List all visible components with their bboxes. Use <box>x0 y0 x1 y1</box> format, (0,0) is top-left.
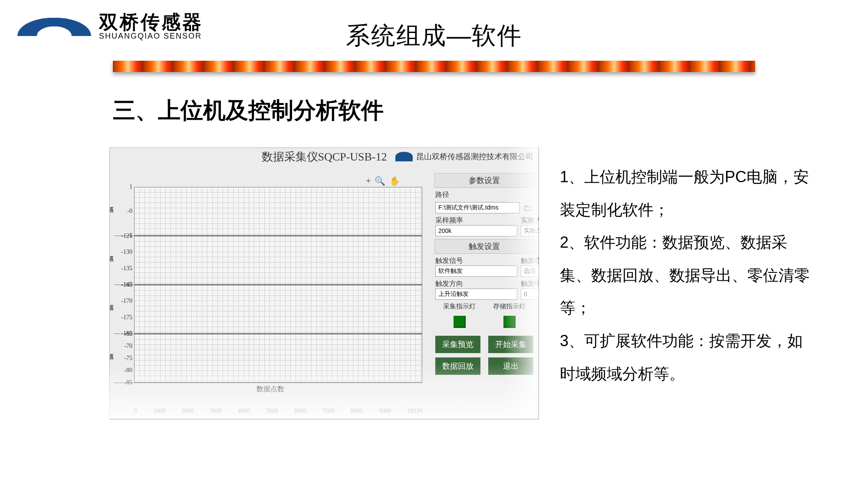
chart-2: 幅值-125-130-135-140 <box>114 236 422 285</box>
bullet-1: 1、上位机控制端一般为PC电脑，安装定制化软件； <box>560 160 816 226</box>
preview-button[interactable]: 采集预览 <box>435 336 480 353</box>
chart-1: 幅值1-0-1 <box>114 187 422 236</box>
x-axis-label: 数据点数 <box>114 385 427 394</box>
side-panel: 参数设置 路径 🗀 采样频率 实验人员 触发设置 触发信号 <box>434 170 534 415</box>
trig-mode-label: 触发模式 <box>521 256 539 265</box>
trig-mode-input[interactable] <box>521 265 539 277</box>
exit-button[interactable]: 退出 <box>488 357 533 375</box>
slide-title: 系统组成—软件 <box>0 20 868 52</box>
bridge-icon <box>395 152 413 161</box>
trig-dir-input[interactable] <box>435 288 517 300</box>
start-button[interactable]: 开始采集 <box>488 336 533 353</box>
section-heading: 三、上位机及控制分析软件 <box>113 95 384 126</box>
decor-bar <box>113 61 755 72</box>
trig-signal-label: 触发信号 <box>435 256 517 265</box>
trigger-panel-title: 触发设置 <box>434 239 534 254</box>
led-acq <box>454 316 466 328</box>
trig-level-label: 触发电平mV <box>521 279 539 288</box>
chart-area: 幅值1-0-1幅值-125-130-135-140幅值-165-170-175-… <box>114 187 427 415</box>
bullet-2: 2、软件功能：数据预览、数据采集、数据回放、数据导出、零位清零等； <box>560 226 816 324</box>
led-acq-label: 采集指示灯 <box>434 302 484 311</box>
led-save <box>503 316 516 328</box>
trig-signal-input[interactable] <box>435 265 517 277</box>
path-label: 路径 <box>435 190 533 200</box>
operator-input[interactable] <box>521 225 539 236</box>
chart-3: 幅值-165-170-175-180 <box>114 285 422 334</box>
chart-4: 幅值-65-70-75-80-85 <box>114 334 422 383</box>
bullet-3: 3、可扩展软件功能：按需开发，如时域频域分析等。 <box>560 324 816 390</box>
app-brand: 昆山双桥传感器测控技术有限公司 <box>395 151 533 162</box>
param-panel-title: 参数设置 <box>434 173 534 188</box>
bullet-list: 1、上位机控制端一般为PC电脑，安装定制化软件； 2、软件功能：数据预览、数据采… <box>560 160 816 390</box>
trig-level-input[interactable] <box>521 288 539 300</box>
rate-label: 采样频率 <box>435 216 517 225</box>
slide: 双桥传感器 SHUANGQIAO SENSOR 系统组成—软件 三、上位机及控制… <box>0 0 868 488</box>
folder-icon[interactable]: 🗀 <box>523 203 533 212</box>
trig-dir-label: 触发方向 <box>435 279 517 288</box>
app-window: 数据采集仪SQCP-USB-12 昆山双桥传感器测控技术有限公司 + 🔍 ✋ 幅… <box>109 147 539 419</box>
rate-input[interactable] <box>435 225 517 236</box>
operator-label: 实验人员 <box>521 216 539 225</box>
app-brand-text: 昆山双桥传感器测控技术有限公司 <box>416 151 533 162</box>
x-axis: 0100020003000400050006000700080009000102… <box>134 408 422 415</box>
path-input[interactable] <box>435 202 519 213</box>
led-save-label: 存储指示灯 <box>484 302 534 311</box>
replay-button[interactable]: 数据回放 <box>435 357 480 375</box>
chart-toolbar[interactable]: + 🔍 ✋ <box>366 176 401 186</box>
